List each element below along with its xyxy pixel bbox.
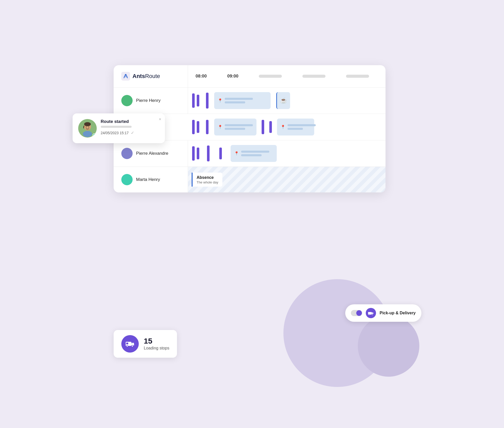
gantt-cell-3: 📍 [188,140,386,167]
name-pierre-alexandre: Pierre Alexandre [136,151,169,156]
avatar-pierre-alexandre [121,148,133,159]
svg-point-9 [369,314,370,315]
name-cell-1: Pierre Henry [114,87,188,114]
schedule-row-3: Pierre Alexandre 📍 [114,140,386,167]
scene: AntsRoute 08:00 09:00 Pierre Henry [73,50,432,378]
schedule-header: AntsRoute 08:00 09:00 [114,65,386,87]
route-started-title: Route started [101,119,159,124]
loading-card: 15 Loading stops [114,330,177,358]
toggle-track[interactable] [351,310,362,316]
name-cell-4: Marta Henry [114,167,188,192]
bar-2b [197,121,199,133]
bar-1b [197,95,199,106]
absence-label-box: Absence The whole day [192,173,223,187]
location-icon-3: 📍 [234,151,239,156]
route-popup-avatar [78,119,97,138]
blue-block-2b: 📍 [277,119,314,135]
bar-3a [192,146,195,161]
route-popup-bar [101,126,132,128]
name-marta-henry: Marta Henry [136,177,160,182]
bar-line-1a [225,98,253,100]
brand-col: AntsRoute [114,65,188,87]
blue-block-1: 📍 [214,92,271,109]
absence-cell: Absence The whole day [188,167,386,192]
pickup-label: Pick-up & Delivery [380,311,416,315]
bar-line-2c [288,124,316,126]
truck-icon-circle [121,335,139,353]
bar-lines-2a [225,124,253,130]
bar-2a [192,120,195,134]
truck-icon [368,311,374,315]
bar-lines-2b [288,124,316,130]
bar-3c [207,145,210,161]
bar-line-2a [225,124,253,126]
name-cell-3: Pierre Alexandre [114,140,188,167]
svg-point-1 [125,74,126,76]
schedule-times: 08:00 09:00 [188,65,386,87]
bar-1c [206,93,209,109]
avatar-marta-henry [121,174,133,185]
bar-line-3b [241,154,262,156]
location-icon-2b: 📍 [281,125,285,129]
online-dot [93,133,96,137]
bar-line-3a [241,151,269,153]
svg-point-5 [84,122,91,126]
name-pierre-henry: Pierre Henry [136,98,161,103]
bar-2d [262,120,264,134]
gantt-cell-2: 📍 📍 [188,114,386,140]
bar-line-2b [225,128,245,130]
svg-rect-8 [368,312,372,315]
route-popup-date: 24/05/2023 15:17 ✓ [101,130,159,135]
loading-truck-icon [126,340,134,347]
break-icon-1: ☕ [276,92,290,109]
time-08: 08:00 [196,74,207,79]
bar-line-1b [225,101,245,103]
bar-3b [197,148,199,159]
bar-line-2d [288,128,303,130]
svg-rect-0 [121,72,130,81]
location-icon-2a: 📍 [218,125,223,129]
brand-name: AntsRoute [133,73,160,80]
bar-lines-1 [225,98,253,103]
loading-label: Loading stops [144,346,170,351]
schedule-row-1: Pierre Henry 📍 ☕ [114,87,386,114]
route-popup: Route started 24/05/2023 15:17 ✓ × [73,113,165,143]
time-09: 09:00 [227,74,238,79]
bar-2e [269,121,272,133]
schedule-row-4: Marta Henry Absence The whole day [114,167,386,192]
svg-point-14 [132,345,133,347]
svg-point-10 [372,314,373,315]
check-icon: ✓ [131,130,134,135]
gantt-cell-1: 📍 ☕ [188,87,386,114]
pickup-toggle: Pick-up & Delivery [345,304,421,322]
svg-point-7 [88,127,89,128]
route-popup-content: Route started 24/05/2023 15:17 ✓ [101,119,159,135]
loading-info: 15 Loading stops [144,337,170,351]
brand-icon [121,72,130,81]
loading-number: 15 [144,337,170,345]
svg-point-6 [86,127,86,128]
close-button[interactable]: × [159,117,161,122]
svg-point-13 [126,345,128,347]
brand-logo: AntsRoute [121,72,160,81]
blue-block-3: 📍 [231,145,277,162]
bar-lines-3 [241,151,269,156]
bar-1a [192,93,195,108]
pickup-circle [366,308,376,318]
toggle-knob [356,310,362,316]
bar-2c [206,120,209,134]
avatar-pierre-henry [121,95,133,106]
route-date-text: 24/05/2023 15:17 [101,131,129,135]
bar-3d [219,148,222,159]
time-placeholder-2 [302,75,325,78]
blue-block-2a: 📍 [214,119,256,135]
svg-point-3 [83,131,92,137]
time-placeholder-1 [259,75,282,78]
svg-rect-12 [126,343,128,344]
location-icon-1: 📍 [218,98,223,103]
absence-sub: The whole day [197,180,219,184]
time-placeholder-3 [346,75,369,78]
absence-title: Absence [197,175,219,180]
